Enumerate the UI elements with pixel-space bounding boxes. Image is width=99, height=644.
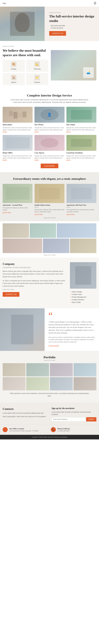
parkview-link[interactable]: BOOK NOW [66,214,75,215]
design-icon: 🎨 [11,62,16,67]
luxurious-image [66,135,96,151]
contacts-section: Contacts Lorem ipsum dolor sit amet cons… [0,402,99,435]
contacts-desc2: Sed ut perspiciatis, unde omnis iste nat… [3,415,48,418]
portfolio-img-6 [26,377,49,390]
planning-icon: 📐 [34,62,40,67]
projects-icon: 📁 [34,75,40,80]
room-item-parkview: Apartment with Park View 75 m² The apart… [66,184,96,216]
ourvision-title: Our Vision [66,124,96,126]
hero-cta-button[interactable]: CONTACT US [49,31,66,36]
cozyspaces-more-link[interactable]: MORE [34,160,39,161]
innovations-more-link[interactable]: MORE [3,131,7,133]
rooms-caption: Images from Freepik [3,217,96,218]
company-desc2: Id. Diam ut vulputate quis et lorem ipsu… [3,280,67,288]
complete-service-desc: Lorem ipsum dolor sit amet, consectetur … [10,98,89,104]
company-service-1: ✓ Interior Design [70,290,96,293]
soul-left: Image from Freepik We believe the most b… [3,46,48,85]
quote-text: "I think a good designer is an anthropol… [48,320,95,334]
groundfloor-desc: The apartment features a vibrant rustic … [3,207,32,211]
company-desc1: Mauris ultricies quis ante et vulputate … [3,270,67,278]
homeoffice-image [3,135,32,151]
homeoffice-more-link[interactable]: MORE [3,160,7,161]
company-cta-button[interactable]: CONTACT US [3,292,20,297]
navbar: logo ☰ [0,0,99,6]
innovations-desc: Sample text. Click to select the text bo… [3,126,32,131]
soul-item-projects: 📁 Projects [26,73,48,85]
contacts-bottom: 📍 Our Office Location 1234 Somewhere Roa… [3,424,96,432]
portfolio-img-2 [26,363,49,376]
homeoffice-title: Home Office [3,152,32,154]
homeoffice-desc: Sample text. Click to select the text bo… [3,155,32,159]
service-item-cozyspaces: Cozy Spaces Sample text. Click to select… [34,135,64,161]
contacts-right: Sign up for the newsletter Lorem ipsum d… [52,407,96,422]
cozyspaces-desc: Sample text. Click to select the text bo… [34,155,64,159]
newsletter-form: SUBMIT [52,417,96,422]
office-contact: 📍 Our Office Location 1234 Somewhere Roa… [3,427,48,432]
deluxe-image [34,184,64,203]
phone-heading: Phone (Call/Fax) [58,428,70,430]
design-label: Design [11,68,16,70]
luxurious-more-link[interactable]: MORE [66,160,71,161]
planning-label: Planning [34,68,40,70]
gallery-image-3 [57,223,96,238]
office-address: 1234 Somewhere Road, Nashville, TN 00000 [9,430,38,432]
innovations-image [3,107,32,123]
service-item-ourworks: 👤 Our Works Sample text. Click to select… [34,107,64,133]
portfolio-img-3 [50,363,73,376]
portfolio-img-5 [3,377,26,390]
footer: Copyright © 2023 All rights reserved. Po… [0,435,99,440]
groundfloor-image [3,184,32,203]
cozyspaces-image [34,135,64,151]
soul-image: 🛋️ [51,50,96,80]
groundfloor-link[interactable]: BOOK NOW [3,212,11,214]
interior-label: Interior [11,81,16,83]
phone-icon: 📞 [51,427,56,432]
hero-bullet-1: Duis aute irure dolor [49,25,95,26]
quote-left-image [0,308,44,351]
gallery-row-1 [3,223,96,238]
contacts-left: Contacts Lorem ipsum dolor sit amet cons… [3,407,48,422]
parkview-title: Apartment with Park View [66,204,96,206]
deluxe-link[interactable]: BOOK NOW [34,214,43,215]
ourvision-more-link[interactable]: MORE [66,131,71,133]
deluxe-desc: At the resort rating by Stars contempora… [34,208,64,213]
portfolio-img-8 [74,377,96,390]
deluxe-title: Double Deluxe Room [34,204,64,206]
phone-info: Phone (Call/Fax) +1 (555) 000-0000 [58,428,70,432]
gallery-image-6 [70,238,96,253]
portfolio-caption: Image from Freepik [3,360,96,361]
ourworks-title: Our Works [34,124,64,126]
quote-mark: “ [48,312,95,319]
quote-learn-more[interactable]: LEARN MORE [48,345,95,347]
load-more-button[interactable]: LOAD MORE [41,164,58,168]
innovations-title: Innovations [3,124,32,126]
newsletter-submit-button[interactable]: SUBMIT [86,417,96,422]
hero-image-credit: Image from Freepik [49,12,95,13]
soul-item-planning: 📐 Planning [26,60,48,72]
quote-subtext: Duis aute irure dolor in reprehenderit i… [48,336,95,343]
interior-icon: 🏠 [11,75,16,80]
menu-icon[interactable]: ☰ [94,2,96,5]
portfolio-img-7 [50,377,73,390]
ourworks-more-link[interactable]: MORE [34,131,39,133]
portfolio-img-4 [74,363,96,376]
ourvision-desc: Sample text. Click to select the text bo… [66,126,96,131]
gallery-section: Images from Freepik [0,221,99,258]
portfolio-desc: With experience across the residential, … [10,392,89,397]
gallery-image-5 [43,238,69,253]
company-services-list: ✓ Interior Design ✓ Creative Team ✓ Proj… [70,290,96,304]
office-icon: 📍 [3,427,8,432]
quote-section: “ "I think a good designer is an anthrop… [0,308,99,351]
office-info: Our Office Location 1234 Somewhere Road,… [9,428,38,432]
contacts-top: Contacts Lorem ipsum dolor sit amet cons… [3,407,96,422]
ourworks-desc: Sample text. Click to select the text bo… [34,126,64,131]
soul-item-design: 🎨 Design [3,60,25,72]
hero-bullets: Duis aute irure dolor Ut enim ad minim [49,25,95,29]
newsletter-email-input[interactable] [52,417,86,422]
soul-item-interior: 🏠 Interior [3,73,25,85]
parkview-image [66,184,96,203]
service-item-homeoffice: Home Office Sample text. Click to select… [3,135,32,161]
nav-logo[interactable]: logo [3,2,6,4]
contacts-desc1: Lorem ipsum dolor sit amet consectetur a… [3,412,48,414]
contacts-heading: Contacts [3,407,48,410]
